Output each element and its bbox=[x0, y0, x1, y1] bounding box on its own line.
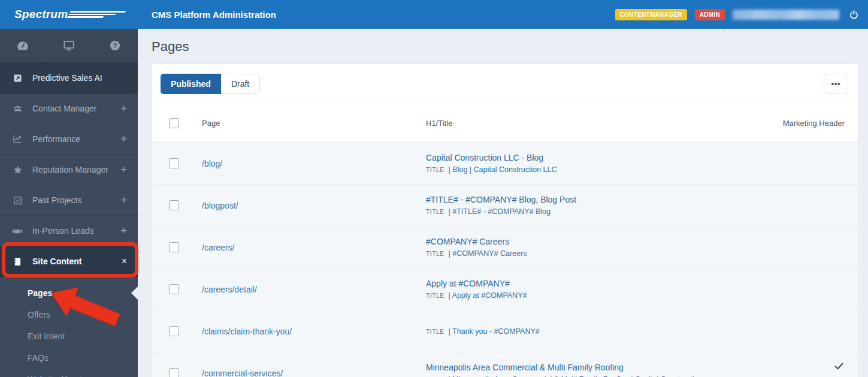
h1-title-cell: Apply at #COMPANY# TITLE| Apply at #COMP… bbox=[426, 269, 755, 310]
expand-plus-icon[interactable]: + bbox=[120, 194, 127, 207]
sidebar-item-predictive-sales-ai[interactable]: Predictive Sales AI bbox=[0, 63, 138, 94]
row-title-text: TITLE| Blog | Capital Construction LLC bbox=[426, 165, 755, 174]
monitor-icon[interactable] bbox=[46, 29, 92, 62]
marketing-check-icon bbox=[833, 360, 845, 372]
sidebar-icon-row: ? bbox=[0, 29, 138, 63]
submenu-item-faqs[interactable]: FAQs bbox=[0, 347, 138, 369]
expand-plus-icon[interactable]: + bbox=[120, 102, 127, 115]
h1-title-cell: Minneapolis Area Commercial & Multi Fami… bbox=[426, 352, 755, 377]
column-header-page: Page bbox=[202, 119, 426, 128]
book-icon bbox=[11, 257, 23, 267]
row-title-text: TITLE| Thank you - #COMPANY# bbox=[426, 327, 755, 336]
h1-title-cell: Capital Construction LLC - Blog TITLE| B… bbox=[426, 143, 755, 184]
column-header-marketing-header: Marketing Header bbox=[755, 119, 845, 128]
tab-published[interactable]: Published bbox=[161, 74, 221, 94]
h1-title-cell: TITLE| Thank you - #COMPANY# bbox=[426, 310, 755, 352]
pages-card: Published Draft ••• Page H1/Title Market… bbox=[152, 64, 858, 377]
more-options-button[interactable]: ••• bbox=[824, 74, 848, 94]
svg-text:?: ? bbox=[113, 42, 117, 49]
title-label: TITLE bbox=[426, 292, 444, 299]
page-title: Pages bbox=[138, 29, 868, 64]
page-path-link[interactable]: /blog/ bbox=[202, 143, 426, 184]
row-h1-text[interactable]: #TITLE# - #COMPANY# Blog, Blog Post bbox=[426, 195, 755, 204]
chart-line-icon bbox=[11, 134, 23, 144]
sidebar-item-label: Contact Manager bbox=[32, 104, 96, 113]
select-all-checkbox[interactable] bbox=[169, 118, 179, 128]
user-name-redacted bbox=[733, 10, 839, 20]
sidebar-item-performance[interactable]: Performance + bbox=[0, 124, 138, 155]
role-badge-admin: ADMIN bbox=[695, 9, 725, 20]
h1-title-cell: #COMPANY# Careers TITLE| #COMPANY# Caree… bbox=[426, 227, 755, 268]
h1-title-cell: #TITLE# - #COMPANY# Blog, Blog Post TITL… bbox=[426, 185, 755, 226]
submenu-item-exit-intent[interactable]: Exit Intent bbox=[0, 325, 138, 347]
title-label: TITLE bbox=[426, 208, 444, 215]
sidebar-item-label: Performance bbox=[32, 134, 80, 144]
row-title-text: TITLE| Apply at #COMPANY# bbox=[426, 291, 755, 300]
brand-name: Spectrum bbox=[14, 8, 68, 21]
sidebar-item-site-content[interactable]: Site Content × bbox=[0, 246, 138, 277]
handshake-icon bbox=[11, 225, 23, 237]
row-h1-text[interactable]: Capital Construction LLC - Blog bbox=[426, 153, 755, 162]
row-title-text: TITLE| #TITLE# - #COMPANY# Blog bbox=[426, 207, 755, 216]
page-path-link[interactable]: /blogpost/ bbox=[202, 185, 426, 226]
table-header-row: Page H1/Title Marketing Header bbox=[152, 104, 858, 143]
expand-plus-icon[interactable]: + bbox=[120, 132, 127, 146]
row-h1-text[interactable]: Apply at #COMPANY# bbox=[426, 279, 755, 288]
row-checkbox[interactable] bbox=[169, 242, 179, 252]
row-h1-text[interactable]: Minneapolis Area Commercial & Multi Fami… bbox=[426, 363, 755, 372]
title-label: TITLE bbox=[426, 250, 444, 257]
site-content-submenu: Pages Offers Exit Intent FAQs Website Ab… bbox=[0, 277, 138, 377]
sidebar-item-past-projects[interactable]: Past Projects + bbox=[0, 185, 138, 216]
top-bar: Spectrum CMS Platform Administration CON… bbox=[0, 0, 868, 29]
row-h1-text[interactable]: #COMPANY# Careers bbox=[426, 237, 755, 246]
row-checkbox[interactable] bbox=[169, 200, 179, 210]
star-icon bbox=[11, 164, 23, 176]
column-header-h1-title: H1/Title bbox=[426, 119, 755, 128]
submenu-item-offers[interactable]: Offers bbox=[0, 304, 138, 325]
table-row: /careers/ #COMPANY# Careers TITLE| #COMP… bbox=[152, 227, 858, 269]
row-checkbox[interactable] bbox=[169, 368, 179, 377]
table-row: /blog/ Capital Construction LLC - Blog T… bbox=[152, 143, 858, 185]
sidebar: ? Predictive Sales AI Contact Manager + … bbox=[0, 29, 138, 377]
expand-plus-icon[interactable]: + bbox=[120, 224, 127, 237]
checked-box-icon bbox=[11, 195, 23, 206]
row-title-text: TITLE| #COMPANY# Careers bbox=[426, 249, 755, 258]
external-link-icon bbox=[11, 73, 23, 83]
logout-power-icon[interactable] bbox=[847, 8, 860, 21]
row-checkbox[interactable] bbox=[169, 326, 179, 336]
sidebar-item-reputation-manager[interactable]: Reputation Manager + bbox=[0, 155, 138, 185]
page-path-link[interactable]: /careers/ bbox=[202, 227, 426, 268]
table-row: /careers/detail/ Apply at #COMPANY# TITL… bbox=[152, 269, 858, 310]
page-path-link[interactable]: /claims/claim-thank-you/ bbox=[202, 310, 426, 352]
tab-draft[interactable]: Draft bbox=[221, 74, 260, 94]
row-checkbox[interactable] bbox=[169, 284, 179, 294]
role-badge-contentmanager: CONTENTMANAGER bbox=[615, 9, 687, 20]
app-title: CMS Platform Administration bbox=[152, 10, 276, 20]
active-item-caret bbox=[131, 286, 138, 300]
sidebar-item-label: Reputation Manager bbox=[32, 165, 108, 174]
sidebar-item-label: Predictive Sales AI bbox=[32, 73, 102, 83]
help-icon[interactable]: ? bbox=[92, 29, 138, 62]
close-icon[interactable]: × bbox=[122, 256, 127, 267]
sidebar-item-in-person-leads[interactable]: In-Person Leads + bbox=[0, 216, 138, 246]
sidebar-item-label: Past Projects bbox=[32, 195, 81, 205]
table-row: /blogpost/ #TITLE# - #COMPANY# Blog, Blo… bbox=[152, 185, 858, 227]
table-body: /blog/ Capital Construction LLC - Blog T… bbox=[152, 143, 858, 377]
submenu-item-website-about[interactable]: Website About bbox=[0, 369, 138, 377]
page-path-link[interactable]: /commercial-services/ bbox=[202, 352, 426, 377]
submenu-item-pages[interactable]: Pages bbox=[0, 282, 138, 304]
sidebar-item-contact-manager[interactable]: Contact Manager + bbox=[0, 94, 138, 124]
brand-swoosh-icon bbox=[67, 11, 126, 18]
main-content: Pages Published Draft ••• Page H1/Title … bbox=[138, 29, 868, 377]
title-label: TITLE bbox=[426, 328, 444, 335]
users-icon bbox=[11, 103, 23, 114]
sidebar-item-label: In-Person Leads bbox=[32, 226, 94, 236]
dashboard-icon[interactable] bbox=[0, 29, 46, 62]
row-checkbox[interactable] bbox=[169, 158, 179, 168]
expand-plus-icon[interactable]: + bbox=[120, 163, 127, 176]
sidebar-item-label: Site Content bbox=[32, 257, 81, 266]
brand-logo[interactable]: Spectrum bbox=[0, 8, 138, 21]
page-path-link[interactable]: /careers/detail/ bbox=[202, 269, 426, 310]
title-label: TITLE bbox=[426, 166, 444, 173]
table-row: /claims/claim-thank-you/ TITLE| Thank yo… bbox=[152, 310, 858, 352]
